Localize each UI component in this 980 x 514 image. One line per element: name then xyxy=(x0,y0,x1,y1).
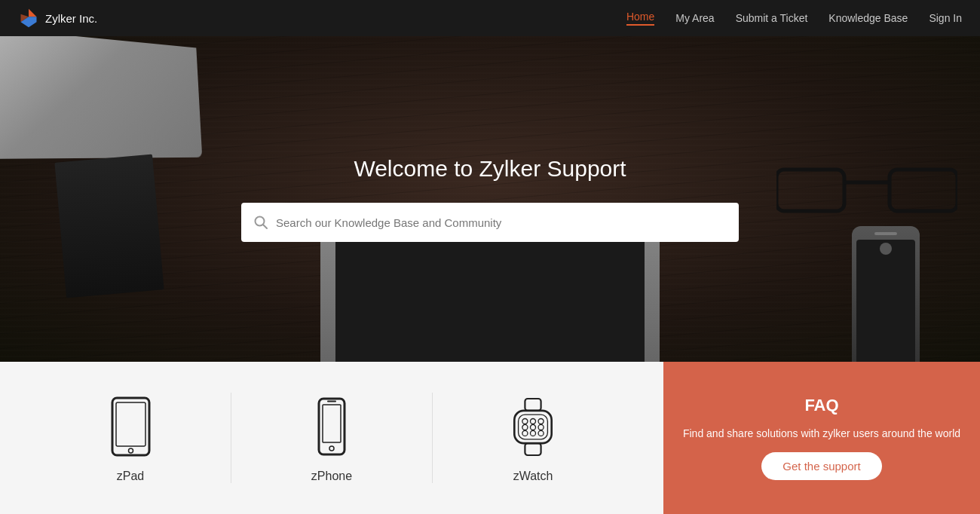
faq-section: FAQ Find and share solutions with zylker… xyxy=(663,362,980,514)
brand: Zylker Inc. xyxy=(18,8,97,29)
nav-my-area[interactable]: My Area xyxy=(675,12,714,24)
zwatch-label: zWatch xyxy=(513,470,553,483)
svg-point-23 xyxy=(530,418,535,424)
svg-rect-15 xyxy=(323,405,341,442)
zphone-icon xyxy=(309,393,354,460)
svg-rect-18 xyxy=(525,399,541,411)
navbar-links: Home My Area Submit a Ticket Knowledge B… xyxy=(626,11,962,26)
svg-point-24 xyxy=(538,418,544,424)
svg-rect-12 xyxy=(116,402,145,446)
brand-name: Zylker Inc. xyxy=(45,12,97,25)
nav-submit-ticket[interactable]: Submit a Ticket xyxy=(736,12,808,24)
svg-point-16 xyxy=(329,446,334,451)
svg-point-27 xyxy=(538,424,544,430)
product-zpad: zPad xyxy=(30,393,231,483)
bottom-section: zPad zPhone xyxy=(0,362,980,514)
brand-logo-icon xyxy=(18,8,39,29)
zpad-icon xyxy=(108,393,153,460)
hero-content: Welcome to Zylker Support xyxy=(0,0,980,362)
zphone-label: zPhone xyxy=(311,470,352,483)
search-icon xyxy=(253,215,268,230)
nav-knowledge-base[interactable]: Knowledge Base xyxy=(828,12,908,24)
svg-rect-19 xyxy=(525,443,541,455)
svg-point-26 xyxy=(530,424,535,430)
nav-sign-in[interactable]: Sign In xyxy=(929,12,962,24)
faq-description: Find and share solutions with zylker use… xyxy=(683,426,960,442)
get-support-button[interactable]: Get the support xyxy=(761,452,881,480)
svg-point-25 xyxy=(522,424,528,430)
svg-point-30 xyxy=(538,430,544,436)
zwatch-icon xyxy=(510,393,556,460)
svg-line-10 xyxy=(264,225,268,229)
svg-point-22 xyxy=(522,418,528,424)
faq-title: FAQ xyxy=(804,396,838,415)
product-zphone: zPhone xyxy=(231,393,432,483)
svg-point-28 xyxy=(522,430,528,436)
products-section: zPad zPhone xyxy=(0,362,663,514)
svg-marker-1 xyxy=(29,9,37,17)
zpad-label: zPad xyxy=(117,470,144,483)
search-bar xyxy=(241,203,739,242)
nav-home[interactable]: Home xyxy=(626,11,654,26)
product-zwatch: zWatch xyxy=(433,393,633,483)
svg-point-13 xyxy=(128,448,133,453)
hero-section: Welcome to Zylker Support xyxy=(0,0,980,362)
svg-rect-20 xyxy=(514,410,551,442)
svg-point-9 xyxy=(256,217,265,226)
hero-title: Welcome to Zylker Support xyxy=(354,156,626,182)
navbar: Zylker Inc. Home My Area Submit a Ticket… xyxy=(0,0,980,36)
search-input[interactable] xyxy=(276,216,727,229)
svg-point-29 xyxy=(530,430,535,436)
